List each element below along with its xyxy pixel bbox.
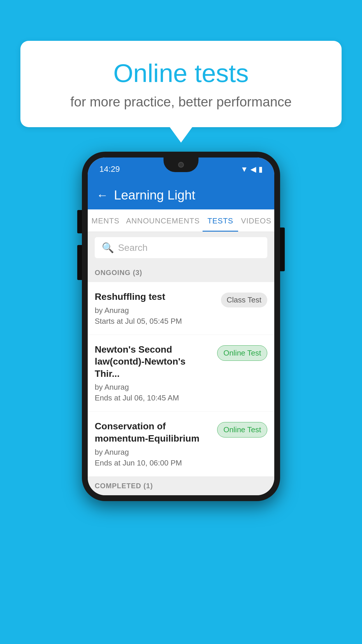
test-author-1: by Anurag xyxy=(95,306,215,315)
test-info-3: Conservation of momentum-Equilibrium by … xyxy=(95,420,217,467)
tab-videos[interactable]: VIDEOS xyxy=(238,209,274,232)
search-input[interactable]: Search xyxy=(118,242,147,253)
test-date-1: Starts at Jul 05, 05:45 PM xyxy=(95,317,215,326)
phone-side-button-1 xyxy=(77,210,82,233)
wifi-icon: ▼ xyxy=(240,165,248,174)
test-info-2: Newton's Second law(contd)-Newton's Thir… xyxy=(95,344,217,403)
status-time: 14:29 xyxy=(99,164,120,174)
test-badge-1: Class Test xyxy=(221,293,267,307)
camera xyxy=(178,162,184,168)
phone-side-button-right xyxy=(280,228,285,271)
signal-icon: ◀ xyxy=(250,165,256,174)
test-item-1[interactable]: Reshuffling test by Anurag Starts at Jul… xyxy=(88,282,274,335)
test-date-2: Ends at Jul 06, 10:45 AM xyxy=(95,393,211,402)
test-author-3: by Anurag xyxy=(95,448,211,457)
app-header: ← Learning Light xyxy=(88,181,274,209)
phone-side-button-2 xyxy=(77,245,82,280)
test-badge-3: Online Test xyxy=(217,422,267,438)
battery-icon: ▮ xyxy=(259,165,263,174)
status-bar: 14:29 ▼ ◀ ▮ xyxy=(88,158,274,181)
test-name-1: Reshuffling test xyxy=(95,291,215,303)
test-item-3[interactable]: Conservation of momentum-Equilibrium by … xyxy=(88,412,274,476)
ongoing-section-header: ONGOING (3) xyxy=(88,263,274,282)
app-title: Learning Light xyxy=(114,188,195,202)
speech-bubble-title: Online tests xyxy=(44,58,318,88)
tabs-container: MENTS ANNOUNCEMENTS TESTS VIDEOS xyxy=(88,209,274,232)
search-icon: 🔍 xyxy=(102,242,114,253)
test-badge-2: Online Test xyxy=(217,345,267,361)
phone-container: 14:29 ▼ ◀ ▮ ← Learning Light MENTS ANNOU… xyxy=(82,152,280,501)
search-container: 🔍 Search xyxy=(88,232,274,263)
status-icons: ▼ ◀ ▮ xyxy=(240,165,263,174)
phone-screen: 14:29 ▼ ◀ ▮ ← Learning Light MENTS ANNOU… xyxy=(88,158,274,495)
speech-bubble-container: Online tests for more practice, better p… xyxy=(20,41,342,143)
phone-outer: 14:29 ▼ ◀ ▮ ← Learning Light MENTS ANNOU… xyxy=(82,152,280,501)
tab-tests[interactable]: TESTS xyxy=(203,209,238,232)
test-author-2: by Anurag xyxy=(95,383,211,392)
test-info-1: Reshuffling test by Anurag Starts at Jul… xyxy=(95,291,221,326)
test-date-3: Ends at Jun 10, 06:00 PM xyxy=(95,459,211,468)
speech-bubble-subtitle: for more practice, better performance xyxy=(44,94,318,110)
test-name-2: Newton's Second law(contd)-Newton's Thir… xyxy=(95,344,211,380)
back-arrow-icon[interactable]: ← xyxy=(96,189,108,202)
test-item-2[interactable]: Newton's Second law(contd)-Newton's Thir… xyxy=(88,335,274,412)
search-box[interactable]: 🔍 Search xyxy=(95,237,267,258)
notch xyxy=(164,158,198,172)
test-name-3: Conservation of momentum-Equilibrium xyxy=(95,420,211,444)
completed-section-header: COMPLETED (1) xyxy=(88,477,274,495)
tab-announcements[interactable]: ANNOUNCEMENTS xyxy=(123,209,203,232)
tests-list: Reshuffling test by Anurag Starts at Jul… xyxy=(88,282,274,477)
speech-bubble-arrow xyxy=(169,127,193,143)
speech-bubble: Online tests for more practice, better p… xyxy=(20,41,342,127)
tab-ments[interactable]: MENTS xyxy=(88,209,123,232)
